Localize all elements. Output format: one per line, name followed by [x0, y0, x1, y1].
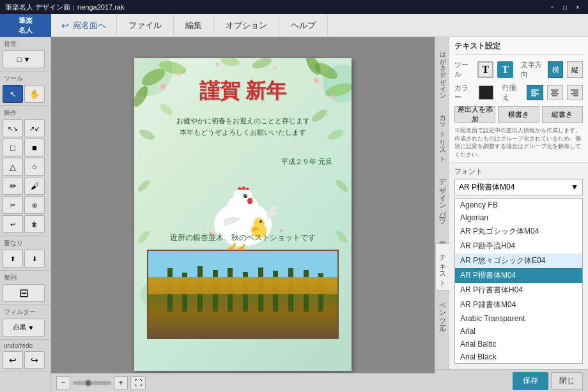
- align-left-btn[interactable]: [527, 85, 543, 100]
- zoom-out-btn[interactable]: －: [56, 376, 70, 390]
- canvas[interactable]: 謹賀 新年 お健やかに初春をお迎えのことと存じます 本年もどうぞよろしくお願いい…: [134, 58, 352, 371]
- bring-forward-tool[interactable]: ⬆: [3, 250, 23, 268]
- undo-tool[interactable]: ↩: [3, 215, 23, 233]
- menu-file[interactable]: ファイル: [117, 14, 174, 37]
- add-sender-btn[interactable]: 差出人を添加: [454, 106, 495, 123]
- brush-tool[interactable]: 🖌: [24, 177, 45, 195]
- font-item[interactable]: Arabic Transparent: [455, 312, 582, 325]
- text-outlined-btn[interactable]: T: [477, 61, 493, 78]
- scale-ne-tool[interactable]: ↗↙: [24, 119, 45, 137]
- align-right-btn[interactable]: [567, 85, 583, 100]
- svg-point-18: [136, 178, 151, 193]
- tools-label: ツール: [3, 74, 48, 83]
- tab-text[interactable]: テキスト: [435, 243, 449, 290]
- close-button[interactable]: 閉じ: [551, 372, 583, 390]
- font-dropdown[interactable]: Agency FBAlgerianAR P丸ゴシック体M04AR P勘亭流H04…: [454, 198, 583, 364]
- bg-tool[interactable]: □ ▼: [3, 50, 45, 68]
- bottom-bar: 保存 閉じ: [435, 369, 588, 392]
- svg-point-21: [334, 229, 349, 245]
- horizontal-btn[interactable]: 横書き: [498, 106, 539, 123]
- year-text: 平成２９年 元旦: [281, 157, 332, 167]
- rect-filled-tool[interactable]: ■: [24, 139, 45, 156]
- hand-tool[interactable]: ✋: [24, 85, 45, 103]
- font-item[interactable]: AR P隷書体M04: [455, 298, 582, 312]
- bg-icon: □: [17, 56, 22, 63]
- font-panel: フォント AR P楷書体M04 ▼ Agency FBAlgerianAR P丸…: [449, 163, 588, 368]
- dir-label: 文字方向: [521, 60, 544, 79]
- filter-tool[interactable]: 白黒 ▼: [3, 319, 45, 336]
- font-item[interactable]: AR P丸ゴシック体M04: [455, 224, 582, 239]
- maximize-btn[interactable]: □: [560, 2, 570, 12]
- redo-btn[interactable]: ↪: [24, 351, 45, 369]
- send-back-tool[interactable]: ⬇: [24, 250, 45, 268]
- tab-pen[interactable]: ペンツール: [435, 290, 449, 337]
- font-item[interactable]: Agency FB: [455, 199, 582, 211]
- dir-horizontal-btn[interactable]: 横: [548, 61, 564, 78]
- align-section: 整列 ⊟: [0, 271, 50, 305]
- bg-section: 背景 □ ▼: [0, 37, 50, 72]
- svg-point-38: [280, 229, 283, 232]
- align-label: 整列: [3, 273, 48, 282]
- color-align-row: カラー 行揃え: [454, 83, 583, 102]
- menu-options[interactable]: オプション: [214, 14, 279, 37]
- text-filled-btn[interactable]: T: [497, 61, 513, 78]
- arrow-tool[interactable]: ↖: [3, 85, 23, 103]
- vertical-tabs: はがきデザイン カットリスト デザインパーツ 画像読込 テキスト ペンツール: [435, 37, 449, 392]
- settings-note: ※宛名面で設定中の差出人情報から作成します。作成されたものはグループ化されている…: [454, 126, 583, 158]
- dir-vertical-btn[interactable]: 縦: [567, 61, 583, 78]
- color-swatch[interactable]: [479, 86, 493, 100]
- bg-label: 背景: [3, 40, 48, 49]
- tab-hagaki[interactable]: はがきデザイン: [435, 40, 449, 103]
- font-item[interactable]: Arial Baltic: [455, 338, 582, 351]
- filter-section: フィルター 白黒 ▼: [0, 305, 50, 340]
- zoom-in-btn[interactable]: ＋: [114, 376, 128, 390]
- menu-edit[interactable]: 編集: [174, 14, 214, 37]
- tool-label: ツール: [454, 60, 474, 79]
- layer-section: 重なり ⬆ ⬇: [0, 236, 50, 271]
- trash-tool[interactable]: 🗑: [24, 215, 45, 233]
- align-tool[interactable]: ⊟: [3, 284, 45, 302]
- scale-nw-tool[interactable]: ↖↘: [3, 119, 23, 137]
- font-select-wrapper: AR P楷書体M04 ▼: [454, 179, 583, 195]
- fit-btn[interactable]: ⛶: [130, 376, 146, 390]
- menu-help[interactable]: ヘルプ: [279, 14, 328, 37]
- svg-point-11: [327, 128, 345, 142]
- circle-tool[interactable]: ○: [24, 158, 45, 176]
- menubar: 筆楽名人 ↩ 宛名面へ ファイル 編集 オプション ヘルプ: [0, 14, 588, 37]
- vertical-btn[interactable]: 縦書き: [542, 106, 583, 123]
- font-item[interactable]: Arial CE: [455, 363, 582, 364]
- close-btn[interactable]: ×: [573, 2, 583, 12]
- font-item[interactable]: AR P勘亭流H04: [455, 239, 582, 253]
- svg-point-19: [334, 178, 350, 193]
- font-item[interactable]: Algerian: [455, 211, 582, 224]
- move-tool[interactable]: ⊕: [24, 196, 45, 214]
- undo-btn[interactable]: ↩: [3, 351, 23, 369]
- triangle-tool[interactable]: △: [3, 158, 23, 176]
- right-panel: はがきデザイン カットリスト デザインパーツ 画像読込 テキスト ペンツール テ…: [435, 37, 588, 392]
- layer-label: 重なり: [3, 239, 48, 248]
- menu-home[interactable]: ↩ 宛名面へ: [51, 14, 117, 37]
- svg-point-16: [215, 63, 219, 66]
- font-item[interactable]: AR P行書書体H04: [455, 283, 582, 298]
- zoom-slider[interactable]: [73, 381, 111, 385]
- canvas-toolbar: － ＋ ⛶: [51, 373, 435, 392]
- tool-row: ツール T T 文字方向 横 縦: [454, 60, 583, 79]
- font-item[interactable]: Arial Black: [455, 351, 582, 363]
- postcard-decoration: 謹賀 新年 お健やかに初春をお迎えのことと存じます 本年もどうぞよろしくお願いい…: [134, 58, 352, 371]
- svg-line-30: [243, 245, 244, 248]
- font-item[interactable]: AR P悠々ゴシック体E04: [455, 253, 582, 268]
- tab-design[interactable]: デザインパーツ: [435, 167, 449, 229]
- pen-tool[interactable]: ✏: [3, 177, 23, 195]
- align-label: 行揃え: [502, 83, 523, 102]
- tab-image[interactable]: 画像読込: [435, 229, 449, 243]
- tab-cut[interactable]: カットリスト: [435, 103, 449, 167]
- align-center-btn[interactable]: [547, 85, 563, 100]
- font-item[interactable]: AR P楷書体M04: [455, 268, 582, 283]
- minimize-btn[interactable]: －: [547, 2, 557, 12]
- font-item[interactable]: Arial: [455, 325, 582, 338]
- save-button[interactable]: 保存: [513, 372, 548, 390]
- rect-empty-tool[interactable]: □: [3, 139, 23, 156]
- font-select-display[interactable]: AR P楷書体M04 ▼: [454, 179, 583, 195]
- crop-tool[interactable]: ✂: [3, 196, 23, 214]
- text-settings-panel: テキスト設定 ツール T T 文字方向 横 縦 カラー 行揃え: [449, 37, 588, 163]
